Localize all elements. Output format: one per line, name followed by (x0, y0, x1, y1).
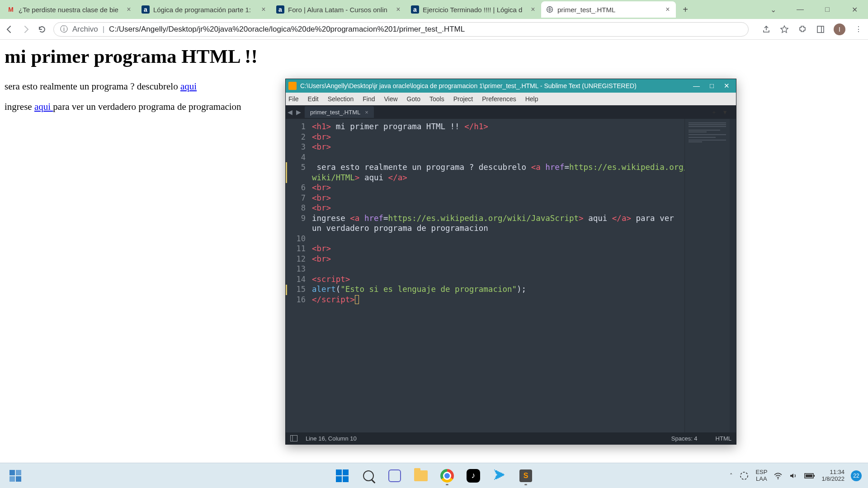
status-language[interactable]: HTML (716, 435, 731, 442)
minimize-button[interactable]: — (693, 82, 700, 90)
info-icon[interactable]: ⓘ (60, 24, 68, 34)
alura-icon: a (142, 5, 150, 14)
new-tab-icon[interactable]: + (712, 109, 716, 116)
forward-button[interactable] (21, 24, 31, 34)
menu-preferences[interactable]: Preferences (482, 95, 516, 103)
tiktok-button[interactable]: ♪ (463, 466, 483, 486)
url-text: C:/Users/Angelly/Desktop/jr%20java%20ora… (109, 25, 465, 34)
sublime-icon (288, 82, 297, 90)
toolbar-right: I ⋮ (761, 23, 863, 35)
taskbar-center: ♪ ⮞ S (332, 466, 536, 486)
close-icon[interactable]: × (260, 6, 267, 13)
volume-icon[interactable] (789, 471, 798, 480)
file-tab-label: primer_test_.HTML (310, 109, 360, 116)
chrome-button[interactable] (437, 466, 457, 486)
text: ingrese (5, 101, 34, 112)
close-button[interactable]: ✕ (724, 82, 730, 90)
menu-tools[interactable]: Tools (429, 95, 444, 103)
menu-find[interactable]: Find (363, 95, 375, 103)
status-spaces[interactable]: Spaces: 4 (671, 435, 698, 442)
close-icon[interactable]: × (664, 6, 671, 13)
editor-body: 12345 6789 10111213141516 <h1> mi primer… (286, 119, 736, 432)
close-icon[interactable]: × (125, 6, 132, 13)
browser-tab-active[interactable]: primer_test_.HTML × (541, 1, 676, 18)
scrollbar[interactable] (730, 119, 736, 432)
text: para ver un verdadero programa de progra… (53, 101, 241, 112)
menu-edit[interactable]: Edit (308, 95, 319, 103)
extensions-icon[interactable] (797, 24, 807, 34)
chevron-down-icon[interactable]: ▼ (722, 109, 728, 116)
sidebar-toggle-icon[interactable] (290, 435, 297, 441)
svg-point-6 (778, 478, 778, 479)
close-icon[interactable]: × (395, 6, 402, 13)
browser-tab[interactable]: a Foro | Alura Latam - Cursos onlin × (272, 1, 406, 18)
back-button[interactable] (5, 24, 14, 34)
browser-tab[interactable]: a Lógica de programación parte 1: × (137, 1, 272, 18)
bookmark-icon[interactable] (779, 24, 789, 34)
tray-chevron-icon[interactable]: ˄ (730, 472, 733, 479)
reload-button[interactable] (37, 24, 47, 34)
file-tab[interactable]: primer_test_.HTML × (305, 106, 374, 118)
status-position[interactable]: Line 16, Column 10 (306, 435, 357, 442)
nav-forward-icon[interactable]: ▶ (296, 108, 301, 116)
menu-view[interactable]: View (384, 95, 398, 103)
clock-time[interactable]: 11:34 (821, 469, 844, 475)
tab-title: ¿Te perdiste nuestra clase de bie (19, 6, 122, 14)
search-button[interactable] (359, 466, 378, 486)
menu-goto[interactable]: Goto (407, 95, 420, 103)
alura-icon: a (411, 5, 419, 14)
file-explorer-button[interactable] (411, 466, 431, 486)
notification-badge[interactable]: 22 (851, 470, 862, 481)
close-button[interactable]: ✕ (841, 0, 868, 19)
chat-button[interactable] (385, 466, 405, 486)
keyboard-lang[interactable]: ESP (755, 469, 767, 475)
battery-icon[interactable] (804, 473, 815, 479)
url-scheme: Archivo (72, 25, 98, 34)
tab-title: Lógica de programación parte 1: (153, 6, 256, 14)
start-button[interactable] (332, 466, 352, 486)
link-aqui[interactable]: aqui (34, 101, 53, 112)
clock-date[interactable]: 1/8/2022 (821, 476, 844, 482)
menu-file[interactable]: File (288, 95, 299, 103)
menu-selection[interactable]: Selection (328, 95, 354, 103)
sublime-tab-bar: ◀ ▶ primer_test_.HTML × + ▼ (286, 105, 736, 119)
minimize-button[interactable]: — (787, 0, 814, 19)
code-area[interactable]: <h1> mi primer programa HTML !! </h1> <b… (309, 119, 684, 432)
close-icon[interactable]: × (529, 6, 537, 13)
menu-help[interactable]: Help (525, 95, 538, 103)
maximize-button[interactable]: □ (710, 82, 714, 90)
tab-title: Foro | Alura Latam - Cursos onlin (288, 6, 391, 14)
tab-title: primer_test_.HTML (557, 6, 660, 14)
chrome-tab-strip: M ¿Te perdiste nuestra clase de bie × a … (0, 0, 868, 19)
onedrive-icon[interactable] (739, 471, 749, 481)
svg-rect-3 (291, 436, 297, 441)
line-gutter[interactable]: 12345 6789 10111213141516 (286, 119, 309, 432)
vscode-button[interactable]: ⮞ (490, 466, 509, 486)
sidepanel-icon[interactable] (816, 24, 826, 34)
address-bar[interactable]: ⓘ Archivo | C:/Users/Angelly/Desktop/jr%… (53, 22, 749, 37)
window-controls: — □ ✕ (693, 82, 730, 90)
browser-tab[interactable]: M ¿Te perdiste nuestra clase de bie × (2, 1, 137, 18)
globe-icon (546, 5, 554, 14)
share-icon[interactable] (761, 24, 771, 34)
new-tab-button[interactable]: + (679, 5, 692, 15)
keyboard-layout[interactable]: LAA (755, 476, 767, 482)
chevron-down-icon[interactable]: ⌄ (760, 0, 787, 19)
svg-rect-8 (814, 475, 815, 477)
sublime-titlebar[interactable]: C:\Users\Angelly\Desktop\jr java oracle\… (286, 79, 736, 93)
link-aqui[interactable]: aqui (180, 81, 197, 92)
chrome-toolbar: ⓘ Archivo | C:/Users/Angelly/Desktop/jr%… (0, 19, 868, 40)
wifi-icon[interactable] (774, 471, 783, 480)
minimap[interactable] (684, 119, 730, 432)
nav-back-icon[interactable]: ◀ (288, 108, 292, 116)
sublime-button[interactable]: S (516, 466, 536, 486)
browser-tab[interactable]: a Ejercicio Terminado !!!! | Lógica d × (406, 1, 541, 18)
widgets-button[interactable] (6, 467, 24, 485)
svg-rect-9 (806, 474, 812, 477)
kebab-menu-icon[interactable]: ⋮ (854, 24, 863, 34)
close-icon[interactable]: × (365, 109, 368, 116)
svg-rect-1 (817, 26, 824, 33)
menu-project[interactable]: Project (453, 95, 473, 103)
maximize-button[interactable]: □ (814, 0, 841, 19)
profile-avatar[interactable]: I (834, 23, 845, 35)
